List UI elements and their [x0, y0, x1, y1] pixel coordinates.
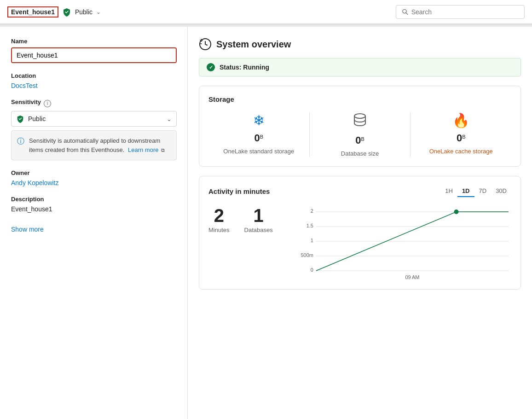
- storage-card-title: Storage: [208, 95, 511, 103]
- time-tab-7d[interactable]: 7D: [474, 186, 492, 197]
- search-input[interactable]: [411, 8, 519, 16]
- name-input[interactable]: [12, 48, 176, 62]
- sensitivity-chevron-icon: ⌄: [167, 116, 172, 122]
- header: Event_house1 Public ⌄: [0, 0, 532, 24]
- activity-stat-databases: 1 Databases: [244, 206, 273, 233]
- system-overview-icon: [199, 38, 212, 51]
- status-check-icon: ✓: [209, 64, 213, 70]
- activity-chart: 2 1.5 1 500m 0: [301, 206, 511, 280]
- sensitivity-value: Public: [28, 115, 163, 122]
- owner-label: Owner: [11, 169, 176, 176]
- status-bar: ✓ Status: Running: [199, 58, 521, 76]
- right-panel: System overview ✓ Status: Running Storag…: [188, 27, 532, 419]
- svg-text:09 AM: 09 AM: [405, 274, 419, 280]
- storage-items: ❄ 0B OneLake standard storage: [208, 112, 511, 157]
- name-label: Name: [11, 38, 176, 45]
- sensitivity-note: ⓘ Sensitivity is automatically applied t…: [11, 130, 177, 160]
- storage-label-onelake-cache: OneLake cache storage: [429, 148, 493, 155]
- sensitivity-info-icon[interactable]: i: [44, 100, 51, 107]
- svg-text:1: 1: [311, 238, 313, 243]
- external-link-icon: ⧉: [161, 147, 165, 153]
- header-title: Event_house1: [7, 6, 58, 17]
- shield-icon: [62, 7, 71, 17]
- svg-point-14: [454, 210, 459, 214]
- svg-text:2: 2: [311, 208, 313, 214]
- activity-card: Activity in minutes 1H 1D 7D 30D 2: [199, 176, 521, 290]
- owner-field-group: Owner Andy Kopelowitz: [11, 169, 176, 186]
- storage-value-database: 0B: [355, 134, 364, 146]
- system-overview-header: System overview: [199, 38, 521, 51]
- storage-label-onelake-standard: OneLake standard storage: [223, 148, 294, 155]
- name-field-group: Name: [11, 38, 176, 63]
- header-public-label: Public: [75, 8, 93, 16]
- activity-header: Activity in minutes 1H 1D 7D 30D: [208, 186, 511, 197]
- svg-point-3: [354, 114, 365, 118]
- time-tab-1d[interactable]: 1D: [457, 186, 474, 197]
- description-label: Description: [11, 196, 176, 203]
- sensitivity-note-text: Sensitivity is automatically applied to …: [29, 136, 171, 154]
- stat-databases-value: 1: [253, 206, 263, 225]
- stat-minutes-value: 2: [214, 206, 224, 225]
- location-field-group: Location DocsTest: [11, 72, 176, 89]
- svg-text:0: 0: [311, 267, 313, 273]
- header-chevron-icon[interactable]: ⌄: [96, 9, 101, 15]
- time-tab-1h[interactable]: 1H: [440, 186, 457, 197]
- sensitivity-row: Sensitivity i: [11, 99, 176, 108]
- right-panel-inner: System overview ✓ Status: Running Storag…: [188, 27, 532, 310]
- search-box[interactable]: [396, 5, 525, 19]
- storage-item-onelake-standard: ❄ 0B OneLake standard storage: [208, 112, 310, 157]
- owner-link[interactable]: Andy Kopelowitz: [11, 179, 59, 186]
- stat-databases-label: Databases: [244, 227, 273, 233]
- name-input-wrapper: [11, 47, 177, 63]
- svg-text:1.5: 1.5: [306, 223, 313, 228]
- status-dot: ✓: [207, 63, 215, 71]
- location-label: Location: [11, 72, 176, 79]
- left-panel: Name Location DocsTest Sensitivity i: [0, 27, 188, 419]
- learn-more-link[interactable]: Learn more: [128, 146, 158, 153]
- svg-text:500m: 500m: [301, 252, 313, 258]
- system-overview-title: System overview: [216, 39, 291, 50]
- storage-item-onelake-cache: 🔥 0B OneLake cache storage: [411, 112, 511, 157]
- fire-icon: 🔥: [452, 112, 469, 128]
- svg-line-1: [406, 12, 408, 14]
- sensitivity-label: Sensitivity: [11, 99, 41, 105]
- description-text: Event_house1: [11, 205, 176, 213]
- time-tab-30d[interactable]: 30D: [491, 186, 511, 197]
- stat-minutes-label: Minutes: [208, 227, 230, 233]
- database-icon: [353, 112, 367, 131]
- time-tabs: 1H 1D 7D 30D: [440, 186, 511, 197]
- storage-value-onelake-standard: 0B: [254, 132, 264, 144]
- status-text: Status: Running: [220, 64, 269, 71]
- activity-stat-minutes: 2 Minutes: [208, 206, 230, 233]
- location-link[interactable]: DocsTest: [11, 82, 38, 89]
- sensitivity-dropdown[interactable]: Public ⌄: [11, 111, 177, 127]
- storage-item-database: 0B Database size: [310, 112, 411, 157]
- activity-stats: 2 Minutes 1 Databases: [208, 206, 301, 233]
- chart-area: 2 1.5 1 500m 0: [301, 206, 511, 280]
- storage-value-onelake-cache: 0B: [457, 132, 466, 144]
- activity-content: 2 Minutes 1 Databases: [208, 206, 511, 280]
- note-info-icon: ⓘ: [17, 137, 24, 154]
- show-more-link[interactable]: Show more: [11, 226, 44, 233]
- sensitivity-shield-icon: [16, 115, 24, 123]
- storage-card: Storage ❄ 0B OneLake standard storage: [199, 86, 521, 167]
- sensitivity-field-group: Sensitivity i Public ⌄ ⓘ Sensitivity is …: [11, 99, 176, 160]
- activity-title: Activity in minutes: [208, 187, 270, 195]
- main-body: Name Location DocsTest Sensitivity i: [0, 27, 532, 419]
- app-container: Event_house1 Public ⌄ Name: [0, 0, 532, 419]
- storage-label-database: Database size: [341, 150, 379, 157]
- search-icon: [402, 8, 409, 16]
- snowflake-icon: ❄: [253, 112, 265, 128]
- description-field-group: Description Event_house1: [11, 196, 176, 213]
